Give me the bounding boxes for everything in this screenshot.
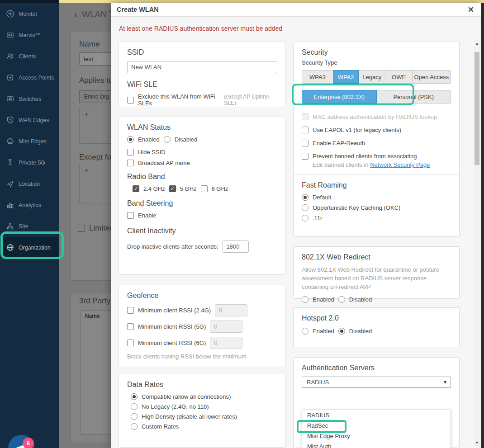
band-steering-checkbox[interactable] (127, 212, 134, 219)
close-icon[interactable]: ✕ (468, 5, 474, 14)
sidebar-item-clients[interactable]: Clients (0, 46, 59, 67)
sidebar-item-mist-edges[interactable]: Mist Edges (0, 131, 59, 152)
open-access-button[interactable]: Open Access (412, 70, 451, 84)
eapol-checkbox[interactable] (302, 127, 308, 133)
eapol-row[interactable]: Use EAPOL v1 (for legacy clients) (302, 127, 451, 133)
sidebar-item-label: WAN Edges (19, 117, 49, 123)
roaming-11r-row[interactable]: .11r (302, 215, 451, 222)
entire-org-button[interactable]: Entire Org (79, 90, 114, 103)
owe-button[interactable]: OWE (385, 70, 412, 84)
scroll-up-arrow[interactable]: ▲ (474, 41, 480, 47)
scrollbar-thumb[interactable] (475, 52, 479, 165)
roaming-okc-radio[interactable] (302, 204, 308, 211)
hotspot-disabled-label: Disabled (349, 328, 372, 335)
sidebar-item-label: Analytics (19, 202, 41, 208)
rate-highdensity-row[interactable]: High Density (disable all lower rates) (131, 413, 277, 420)
rssi-5-input (210, 321, 242, 333)
limited-checkbox-row[interactable]: Limited (78, 224, 114, 233)
modal-scrollbar[interactable]: ▲ ▼ (474, 40, 480, 447)
hide-ssid-checkbox[interactable] (127, 149, 134, 156)
redirect-enabled-row[interactable]: Enabled (302, 296, 334, 303)
sidebar-item-private-5g[interactable]: Private 5G (0, 152, 59, 173)
dropdown-option-radius[interactable]: RADIUS (302, 410, 451, 420)
band-24-checkbox[interactable]: ✓ (133, 185, 139, 192)
hotspot-disabled-row[interactable]: Disabled (338, 328, 372, 335)
rssi-6-row[interactable]: Minimum client RSSI (6G) (127, 337, 277, 349)
enabled-radio[interactable] (127, 136, 134, 143)
wpa2-button[interactable]: WPA2 (333, 70, 359, 84)
eap-reauth-row[interactable]: Enable EAP-Reauth (302, 140, 451, 146)
geofence-hint: Block clients having RSSI below the mini… (127, 353, 277, 360)
band-steering-enable-row[interactable]: Enable (127, 212, 277, 219)
redirect-disabled-radio[interactable] (338, 296, 345, 303)
status-enabled-radio-row[interactable]: Enabled (127, 136, 160, 143)
rssi-24-row[interactable]: Minimum client RSSI (2.4G) (127, 304, 277, 316)
rate-compatible-row[interactable]: Compatible (allow all connections) (131, 393, 277, 400)
plus-icon[interactable]: + (84, 110, 89, 118)
rate-custom-row[interactable]: Custom Rates (131, 423, 277, 430)
hotspot-card: Hotspot 2.0 Enabled Disabled (293, 307, 460, 347)
rssi-24-input (215, 304, 247, 316)
rate-compatible-radio[interactable] (131, 393, 138, 400)
sidebar-item-location[interactable]: Location (0, 173, 59, 194)
rate-nolegacy-radio[interactable] (131, 403, 138, 410)
error-message: At least one RADIUS authentication serve… (119, 25, 282, 32)
banned-clients-row[interactable]: Prevent banned clients from associating (302, 153, 451, 160)
rate-nolegacy-row[interactable]: No Legacy (2.4G, no 11b) (131, 403, 277, 410)
hotspot-enabled-radio[interactable] (302, 328, 308, 335)
roaming-11r-radio[interactable] (302, 215, 308, 222)
band-5-row[interactable]: ✓ 5 GHz (169, 185, 197, 192)
limited-checkbox[interactable] (78, 225, 85, 232)
wlan-templates-breadcrumb[interactable]: ‹ WLAN T (74, 9, 114, 20)
dropdown-option-mist-auth[interactable]: Mist Auth (302, 441, 451, 448)
sidebar-item-switches[interactable]: Switches (0, 88, 59, 109)
broadcast-ap-label: Broadcast AP name (138, 160, 190, 166)
sidebar-item-monitor[interactable]: Monitor (0, 3, 59, 24)
rssi-5-row[interactable]: Minimum client RSSI (5G) (127, 321, 277, 333)
inactivity-seconds-input[interactable] (223, 241, 249, 253)
broadcast-ap-checkbox[interactable] (127, 160, 134, 166)
hotspot-enabled-row[interactable]: Enabled (302, 328, 334, 335)
sidebar-item-label: Switches (19, 96, 41, 102)
disabled-radio[interactable] (164, 136, 171, 143)
sidebar-item-analytics[interactable]: Analytics (0, 194, 59, 216)
roaming-default-label: Default (313, 194, 331, 201)
roaming-default-row[interactable]: Default (302, 194, 451, 201)
network-security-page-link[interactable]: Network Security Page (370, 161, 430, 168)
rate-custom-radio[interactable] (131, 423, 138, 430)
legacy-button[interactable]: Legacy (358, 70, 385, 84)
sidebar-item-wan-edges[interactable]: WAN Edges (0, 109, 59, 131)
status-disabled-radio-row[interactable]: Disabled (164, 136, 198, 143)
exclude-sle-row[interactable]: Exclude this WLAN from WiFi SLEs (except… (127, 93, 277, 107)
rssi-5-checkbox[interactable] (127, 323, 134, 330)
exclude-sle-checkbox[interactable] (127, 97, 134, 104)
band-6-checkbox[interactable] (201, 185, 208, 192)
wpa3-button[interactable]: WPA3 (302, 70, 333, 84)
clients-icon (6, 52, 14, 61)
band-5-checkbox[interactable]: ✓ (169, 185, 176, 192)
server-type-value: RADIUS (307, 379, 329, 386)
hotspot-disabled-radio[interactable] (338, 328, 345, 335)
hide-ssid-row[interactable]: Hide SSID (127, 149, 277, 156)
sidebar-item-marvis[interactable]: Marvis™ (0, 24, 59, 46)
ssid-input[interactable] (127, 61, 277, 73)
back-chevron-icon[interactable]: ‹ (74, 9, 77, 20)
roaming-okc-row[interactable]: Opportunistic Key Caching (OKC) (302, 204, 451, 211)
plus-icon[interactable]: + (84, 166, 89, 174)
band-24-row[interactable]: ✓ 2.4 GHz (133, 185, 165, 192)
sidebar-item-access-points[interactable]: Access Points (0, 67, 59, 88)
redirect-disabled-row[interactable]: Disabled (338, 296, 372, 303)
banned-clients-checkbox[interactable] (302, 153, 308, 160)
redirect-enabled-radio[interactable] (302, 296, 308, 303)
eap-reauth-checkbox[interactable] (302, 140, 308, 146)
rssi-6-checkbox[interactable] (127, 340, 134, 346)
scroll-down-arrow[interactable]: ▼ (474, 440, 480, 446)
rssi-24-checkbox[interactable] (127, 307, 134, 314)
rate-highdensity-radio[interactable] (131, 413, 138, 420)
band-5-label: 5 GHz (180, 185, 197, 192)
disabled-label: Disabled (175, 136, 198, 143)
broadcast-ap-row[interactable]: Broadcast AP name (127, 160, 277, 166)
band-6-row[interactable]: 6 GHz (201, 185, 228, 192)
server-type-select[interactable]: RADIUS ▾ (302, 377, 451, 388)
roaming-default-radio[interactable] (302, 194, 308, 201)
